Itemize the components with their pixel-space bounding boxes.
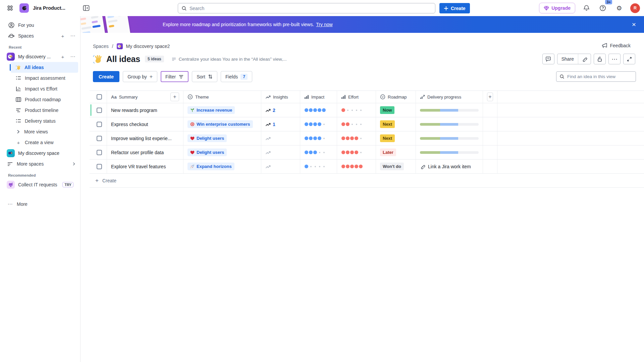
help-icon[interactable]: 3+	[597, 3, 608, 13]
impact-rating[interactable]	[300, 117, 337, 131]
app-switcher-icon[interactable]	[5, 3, 15, 13]
sidebar-space-my-discovery[interactable]: My discovery ... + ⋯	[0, 51, 80, 62]
find-idea-input[interactable]	[567, 74, 633, 79]
effort-rating[interactable]	[337, 117, 376, 131]
add-field-button[interactable]: +	[170, 93, 179, 101]
idea-summary[interactable]: Explore VR travel features	[111, 164, 166, 169]
theme-chip[interactable]: Delight users	[187, 148, 227, 156]
theme-chip[interactable]: Win enterprise customers	[187, 120, 253, 128]
banner-try-now-link[interactable]: Try now	[316, 22, 332, 27]
global-search[interactable]	[178, 3, 435, 13]
group-by-button[interactable]: Group by +	[123, 71, 157, 82]
global-create-button[interactable]: Create	[439, 3, 470, 13]
roadmap-badge[interactable]: Next	[380, 120, 395, 128]
theme-chip[interactable]: Increase revenue	[187, 106, 235, 114]
column-header-effort[interactable]: Effort	[348, 95, 359, 100]
theme-chip[interactable]: Delight users	[187, 134, 227, 142]
fields-button[interactable]: Fields 7	[221, 71, 252, 82]
column-header-impact[interactable]: Impact	[311, 95, 324, 100]
table-row[interactable]: Express checkout Win enterprise customer…	[90, 117, 644, 131]
space-add-icon[interactable]: +	[59, 53, 66, 60]
row-checkbox[interactable]	[97, 108, 102, 113]
idea-summary[interactable]: New rewards program	[111, 108, 157, 113]
feedback-button[interactable]: Feedback	[602, 43, 631, 48]
sidebar-view-product-roadmap[interactable]: Product roadmap	[11, 94, 78, 105]
effort-rating[interactable]	[337, 103, 376, 117]
impact-rating[interactable]	[300, 131, 337, 145]
column-header-delivery-progress[interactable]: Delivery progress	[427, 95, 461, 100]
table-row[interactable]: Explore VR travel features Expand horizo…	[90, 160, 644, 174]
row-checkbox[interactable]	[97, 150, 102, 155]
idea-summary[interactable]: Refactor user profile data	[111, 150, 164, 155]
roadmap-badge[interactable]: Won't do	[380, 163, 404, 170]
breadcrumb-current[interactable]: My discovery space2	[126, 44, 170, 49]
idea-summary[interactable]: Express checkout	[111, 122, 148, 127]
insights-cell[interactable]: 2	[261, 103, 300, 117]
jira-product-discovery-logo[interactable]	[19, 3, 29, 13]
insights-cell[interactable]	[261, 131, 300, 145]
theme-chip[interactable]: Expand horizons	[187, 163, 234, 170]
notifications-bell-icon[interactable]	[581, 3, 592, 13]
table-row[interactable]: Refactor user profile data Delight users…	[90, 145, 644, 160]
effort-rating[interactable]	[337, 160, 376, 173]
settings-gear-icon[interactable]: ⚙	[614, 3, 625, 13]
sidebar-view-delivery-status[interactable]: Delivery status	[11, 116, 78, 126]
column-header-theme[interactable]: Theme	[195, 95, 209, 100]
column-header-summary[interactable]: Summary	[119, 95, 138, 100]
table-create-row[interactable]: + Create	[90, 174, 644, 188]
row-checkbox[interactable]	[97, 136, 102, 141]
spaces-more-icon[interactable]: ⋯	[69, 33, 76, 39]
comments-button[interactable]	[542, 54, 554, 64]
filter-button[interactable]: Filter	[161, 71, 189, 82]
collapse-sidebar-icon[interactable]	[81, 3, 92, 13]
sidebar-view-impact-vs-effort[interactable]: Impact vs Effort	[11, 83, 78, 94]
column-header-roadmap[interactable]: Roadmap	[388, 95, 407, 100]
find-idea-search[interactable]	[556, 71, 636, 82]
upgrade-button[interactable]: Upgrade	[539, 3, 575, 13]
sidebar-more-button[interactable]: ⋯ More	[0, 199, 80, 209]
insights-cell[interactable]: 1	[261, 117, 300, 131]
sidebar-create-a-view[interactable]: + Create a view	[11, 137, 78, 148]
copy-link-button[interactable]	[578, 54, 591, 64]
banner-close-icon[interactable]: ×	[629, 19, 639, 29]
access-lock-button[interactable]	[594, 54, 606, 64]
sidebar-collect-it-requests[interactable]: Collect IT requests TRY	[0, 179, 80, 190]
roadmap-badge[interactable]: Now	[380, 106, 394, 114]
sidebar-item-for-you[interactable]: For you	[0, 20, 80, 31]
link-jira-work-item[interactable]: Link a Jira work item	[420, 164, 471, 169]
add-column-button[interactable]: +	[487, 93, 493, 101]
view-more-options-button[interactable]: ⋯	[608, 54, 621, 64]
fullscreen-button[interactable]	[623, 54, 635, 64]
roadmap-badge[interactable]: Later	[380, 148, 396, 156]
effort-rating[interactable]	[337, 145, 376, 159]
sidebar-view-all-ideas[interactable]: All ideas	[11, 62, 78, 73]
insights-cell[interactable]	[261, 160, 300, 173]
table-row[interactable]: Improve waiting list experie... Delight …	[90, 131, 644, 145]
space-more-icon[interactable]: ⋯	[69, 53, 76, 60]
share-button[interactable]: Share	[557, 54, 578, 64]
sidebar-view-product-timeline[interactable]: Product timeline	[11, 105, 78, 116]
roadmap-badge[interactable]: Next	[380, 134, 395, 142]
breadcrumb-spaces-link[interactable]: Spaces	[93, 44, 109, 49]
sidebar-item-spaces[interactable]: Spaces + ⋯	[0, 31, 80, 41]
add-space-icon[interactable]: +	[59, 33, 66, 39]
sidebar-more-views[interactable]: More views	[11, 126, 78, 137]
row-checkbox[interactable]	[97, 122, 102, 127]
table-row[interactable]: New rewards program Increase revenue 2 N…	[90, 103, 644, 117]
impact-rating[interactable]	[300, 103, 337, 117]
sidebar-space-my-discovery-space[interactable]: My discovery space	[0, 148, 80, 159]
create-idea-button[interactable]: Create	[93, 71, 119, 82]
view-description[interactable]: Centralize your ideas You are in the “Al…	[171, 57, 287, 62]
global-search-input[interactable]	[190, 6, 432, 11]
sidebar-more-spaces[interactable]: More spaces	[0, 159, 80, 169]
row-checkbox[interactable]	[97, 164, 102, 169]
user-avatar[interactable]: R	[630, 3, 640, 13]
impact-rating[interactable]	[300, 145, 337, 159]
effort-rating[interactable]	[337, 131, 376, 145]
insights-cell[interactable]	[261, 145, 300, 159]
sidebar-view-impact-assessment[interactable]: Impact assessment	[11, 73, 78, 83]
impact-rating[interactable]	[300, 160, 337, 173]
column-header-insights[interactable]: Insights	[273, 95, 288, 100]
select-all-checkbox[interactable]	[97, 94, 102, 100]
idea-summary[interactable]: Improve waiting list experie...	[111, 136, 172, 141]
